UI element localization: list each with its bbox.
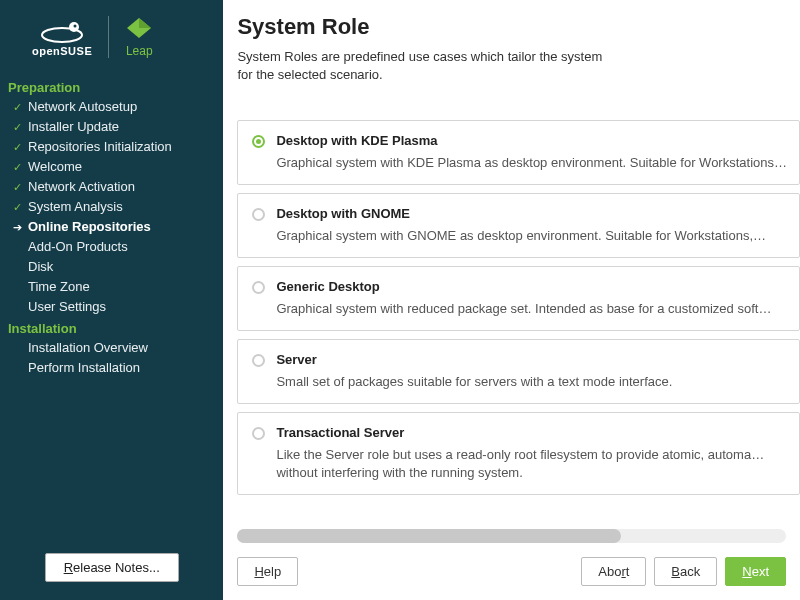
nav-item-system-analysis[interactable]: ✓System Analysis bbox=[8, 197, 215, 217]
nav-item-welcome[interactable]: ✓Welcome bbox=[8, 157, 215, 177]
check-icon: ✓ bbox=[10, 198, 24, 216]
back-button[interactable]: Back bbox=[654, 557, 717, 586]
radio-icon[interactable] bbox=[252, 208, 265, 221]
role-title: Desktop with KDE Plasma bbox=[276, 133, 787, 148]
release-notes-button[interactable]: Release Notes... bbox=[45, 553, 179, 582]
abort-button[interactable]: Abort bbox=[581, 557, 646, 586]
radio-icon[interactable] bbox=[252, 281, 265, 294]
role-desc: Graphical system with GNOME as desktop e… bbox=[276, 227, 787, 245]
svg-marker-4 bbox=[139, 18, 151, 28]
role-server[interactable]: Server Small set of packages suitable fo… bbox=[237, 339, 800, 404]
svg-point-2 bbox=[74, 25, 77, 28]
role-desc: Like the Server role but uses a read-onl… bbox=[276, 446, 787, 482]
radio-icon[interactable] bbox=[252, 427, 265, 440]
role-title: Generic Desktop bbox=[276, 279, 787, 294]
role-title: Desktop with GNOME bbox=[276, 206, 787, 221]
role-transactional-server[interactable]: Transactional Server Like the Server rol… bbox=[237, 412, 800, 495]
role-generic-desktop[interactable]: Generic Desktop Graphical system with re… bbox=[237, 266, 800, 331]
nav-item-user-settings[interactable]: •User Settings bbox=[8, 297, 215, 317]
scrollbar-thumb[interactable] bbox=[237, 529, 621, 543]
role-title: Transactional Server bbox=[276, 425, 787, 440]
role-title: Server bbox=[276, 352, 787, 367]
nav-item-network-autosetup[interactable]: ✓Network Autosetup bbox=[8, 97, 215, 117]
nav-item-installer-update[interactable]: ✓Installer Update bbox=[8, 117, 215, 137]
gecko-icon bbox=[34, 17, 90, 45]
opensuse-text: openSUSE bbox=[32, 45, 92, 57]
nav-item-repositories-initialization[interactable]: ✓Repositories Initialization bbox=[8, 137, 215, 157]
next-button[interactable]: Next bbox=[725, 557, 786, 586]
main-header: System Role System Roles are predefined … bbox=[223, 0, 800, 92]
logo-divider bbox=[108, 16, 109, 58]
check-icon: ✓ bbox=[10, 158, 24, 176]
role-desc: Graphical system with reduced package se… bbox=[276, 300, 787, 318]
nav-item-add-on-products[interactable]: •Add-On Products bbox=[8, 237, 215, 257]
nav-item-network-activation[interactable]: ✓Network Activation bbox=[8, 177, 215, 197]
check-icon: ✓ bbox=[10, 118, 24, 136]
role-gnome[interactable]: Desktop with GNOME Graphical system with… bbox=[237, 193, 800, 258]
roles-list: Desktop with KDE Plasma Graphical system… bbox=[223, 92, 800, 529]
nav-item-disk[interactable]: •Disk bbox=[8, 257, 215, 277]
intro-text: System Roles are predefined use cases wh… bbox=[237, 48, 786, 84]
check-icon: ✓ bbox=[10, 178, 24, 196]
check-icon: ✓ bbox=[10, 98, 24, 116]
nav-item-installation-overview[interactable]: •Installation Overview bbox=[8, 338, 215, 358]
nav-section-preparation: Preparation bbox=[8, 80, 215, 95]
nav-item-online-repositories[interactable]: ➔Online Repositories bbox=[8, 217, 215, 237]
main-content: System Role System Roles are predefined … bbox=[223, 0, 800, 600]
help-button[interactable]: Help bbox=[237, 557, 298, 586]
page-title: System Role bbox=[237, 14, 786, 40]
nav-item-perform-installation[interactable]: •Perform Installation bbox=[8, 358, 215, 378]
footer: Help Abort Back Next bbox=[223, 549, 800, 600]
radio-icon[interactable] bbox=[252, 354, 265, 367]
logo-area: openSUSE Leap bbox=[8, 12, 215, 76]
radio-icon[interactable] bbox=[252, 135, 265, 148]
nav-item-time-zone[interactable]: •Time Zone bbox=[8, 277, 215, 297]
check-icon: ✓ bbox=[10, 138, 24, 156]
horizontal-scrollbar[interactable] bbox=[237, 529, 786, 543]
leap-text: Leap bbox=[126, 44, 153, 58]
sidebar: openSUSE Leap Preparation ✓Network Autos… bbox=[0, 0, 223, 600]
leap-logo: Leap bbox=[125, 16, 153, 58]
role-kde-plasma[interactable]: Desktop with KDE Plasma Graphical system… bbox=[237, 120, 800, 185]
role-desc: Graphical system with KDE Plasma as desk… bbox=[276, 154, 787, 172]
nav-section-installation: Installation bbox=[8, 321, 215, 336]
opensuse-logo: openSUSE bbox=[32, 17, 92, 57]
leap-icon bbox=[125, 16, 153, 40]
arrow-right-icon: ➔ bbox=[10, 218, 24, 236]
role-desc: Small set of packages suitable for serve… bbox=[276, 373, 787, 391]
